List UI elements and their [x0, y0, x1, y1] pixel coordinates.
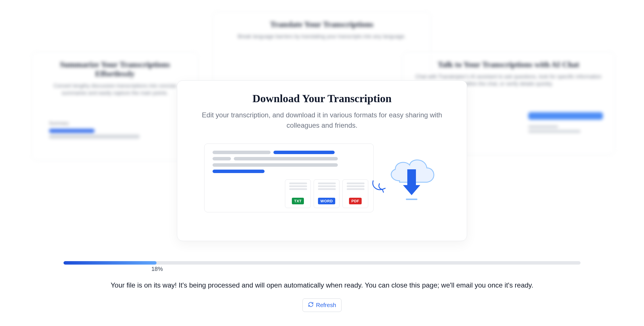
progress-percent-label: 18%: [151, 266, 163, 272]
bg-translate-title: Translate Your Transcriptions: [222, 20, 421, 29]
file-txt-label: TXT: [292, 198, 304, 204]
svg-rect-0: [407, 169, 416, 185]
status-text: Your file is on its way! It's being proc…: [49, 281, 595, 289]
cloud-download-icon: [382, 149, 440, 207]
svg-rect-1: [406, 199, 417, 200]
progress-fill: [63, 261, 157, 265]
bg-aichat-lines: [528, 124, 603, 135]
refresh-label: Refresh: [316, 302, 336, 308]
download-illustration: TXT WORD PDF: [192, 142, 452, 214]
refresh-button[interactable]: Refresh: [302, 298, 342, 312]
progress-area: 18%: [63, 261, 581, 265]
file-word-label: WORD: [318, 198, 335, 204]
bg-summary-block: Summary: [49, 121, 150, 140]
download-title: Download Your Transcription: [192, 92, 452, 105]
bg-card-translate: Translate Your Transcriptions Break lang…: [213, 11, 431, 86]
bg-aichat-title: Talk to Your Transcriptions with AI Chat: [412, 60, 605, 69]
file-txt-icon: TXT: [285, 179, 311, 208]
bg-summarize-sub: Convert lengthy discussion transcription…: [41, 82, 189, 97]
file-pdf-icon: PDF: [342, 179, 368, 208]
download-card: Download Your Transcription Edit your tr…: [177, 80, 467, 241]
progress-bar: [63, 261, 581, 265]
refresh-icon: [308, 302, 314, 309]
document-preview: TXT WORD PDF: [204, 143, 374, 212]
bg-aichat-chip: [528, 112, 603, 120]
bg-card-summarize: Summarize Your Transcriptions Effortless…: [32, 52, 198, 161]
file-format-icons: TXT WORD PDF: [285, 179, 368, 208]
file-word-icon: WORD: [314, 179, 340, 208]
bg-summarize-title: Summarize Your Transcriptions Effortless…: [41, 60, 189, 78]
bg-translate-sub: Break language barriers by translating y…: [222, 33, 421, 40]
download-subtitle: Edit your transcription, and download it…: [192, 110, 452, 131]
bg-summary-label: Summary: [49, 121, 150, 126]
file-pdf-label: PDF: [349, 198, 362, 204]
